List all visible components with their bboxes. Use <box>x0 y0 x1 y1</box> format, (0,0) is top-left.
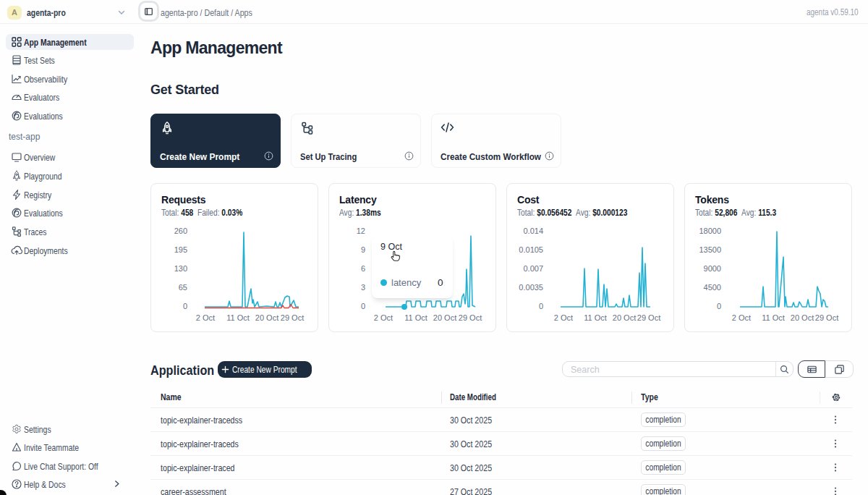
svg-text:29 Oct: 29 Oct <box>815 313 838 322</box>
svg-text:0.014: 0.014 <box>523 227 543 235</box>
svg-text:29 Oct: 29 Oct <box>459 313 482 322</box>
svg-text:6: 6 <box>361 264 365 273</box>
svg-text:12: 12 <box>357 227 365 235</box>
svg-text:0: 0 <box>539 302 543 310</box>
svg-text:0: 0 <box>361 302 365 310</box>
svg-text:20 Oct: 20 Oct <box>433 313 456 322</box>
svg-text:11 Oct: 11 Oct <box>404 313 427 322</box>
svg-text:20 Oct: 20 Oct <box>791 313 814 322</box>
svg-text:13500: 13500 <box>699 245 721 254</box>
svg-text:0.0105: 0.0105 <box>519 245 543 254</box>
svg-text:18000: 18000 <box>699 227 721 235</box>
svg-text:9000: 9000 <box>704 264 721 273</box>
svg-text:0: 0 <box>717 302 721 310</box>
svg-text:20 Oct: 20 Oct <box>255 313 278 322</box>
svg-text:0: 0 <box>183 302 187 310</box>
svg-text:65: 65 <box>179 283 187 292</box>
svg-text:2 Oct: 2 Oct <box>196 313 215 322</box>
svg-text:11 Oct: 11 Oct <box>584 313 607 322</box>
svg-text:20 Oct: 20 Oct <box>613 313 636 322</box>
svg-text:260: 260 <box>174 227 187 235</box>
svg-text:0.007: 0.007 <box>523 264 543 273</box>
svg-text:195: 195 <box>174 245 187 254</box>
svg-text:3: 3 <box>361 283 365 292</box>
svg-text:130: 130 <box>174 264 187 273</box>
svg-text:4500: 4500 <box>704 283 721 292</box>
svg-text:11 Oct: 11 Oct <box>226 313 250 322</box>
svg-text:2 Oct: 2 Oct <box>554 313 573 322</box>
svg-text:29 Oct: 29 Oct <box>637 313 660 322</box>
svg-text:2 Oct: 2 Oct <box>732 313 751 322</box>
svg-text:29 Oct: 29 Oct <box>281 313 304 322</box>
svg-text:9: 9 <box>361 245 365 254</box>
svg-text:2 Oct: 2 Oct <box>374 313 393 322</box>
svg-text:11 Oct: 11 Oct <box>762 313 785 322</box>
svg-text:0.0035: 0.0035 <box>519 283 543 292</box>
